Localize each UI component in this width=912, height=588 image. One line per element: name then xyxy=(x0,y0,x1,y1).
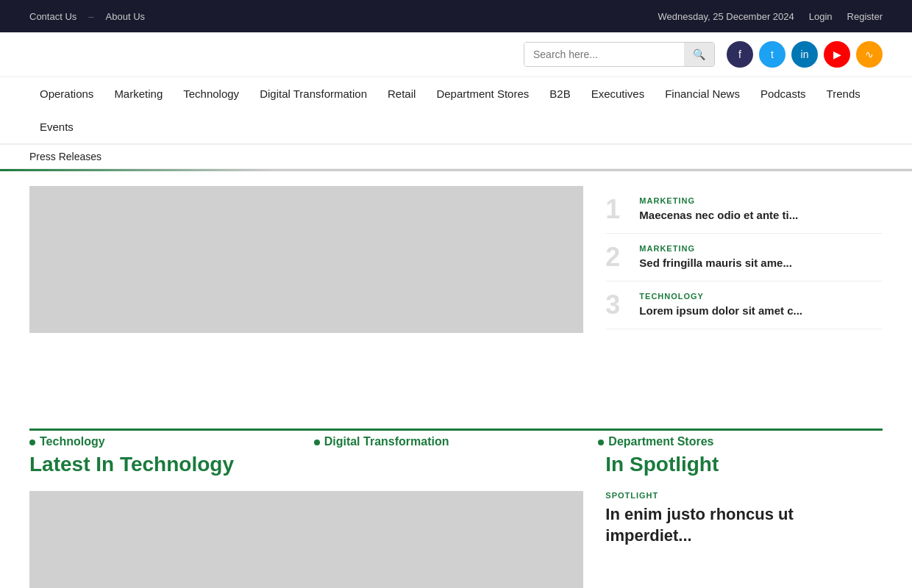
section-label-technology[interactable]: Technology xyxy=(29,429,314,453)
nav-podcasts[interactable]: Podcasts xyxy=(750,77,816,110)
latest-article-image xyxy=(29,491,583,588)
latest-main: Latest In Technology TECHNOLOGY Lorem ip… xyxy=(29,453,583,588)
social-icons: f t in ▶ ∿ xyxy=(727,41,883,68)
trending-item: 2 MARKETING Sed fringilla mauris sit ame… xyxy=(605,234,883,282)
search-button[interactable]: 🔍 xyxy=(684,43,714,66)
nav-marketing[interactable]: Marketing xyxy=(104,77,173,110)
login-link[interactable]: Login xyxy=(809,11,833,22)
trending-number-1: 1 xyxy=(605,196,627,223)
trending-category-3: TECHNOLOGY xyxy=(639,292,802,301)
nav-events[interactable]: Events xyxy=(29,110,84,143)
latest-heading-highlight: Technology xyxy=(120,453,234,476)
trending-title-3[interactable]: Lorem ipsum dolor sit amet c... xyxy=(639,304,802,318)
nav-sub: Press Releases xyxy=(0,145,912,169)
trending-item: 3 TECHNOLOGY Lorem ipsum dolor sit amet … xyxy=(605,282,883,329)
trending-category-1: MARKETING xyxy=(639,196,798,205)
trending-number-2: 2 xyxy=(605,244,627,270)
contact-us-link[interactable]: Contact Us xyxy=(29,11,76,22)
register-link[interactable]: Register xyxy=(847,11,883,22)
search-bar: 🔍 xyxy=(524,42,715,67)
nav-list: Operations Marketing Technology Digital … xyxy=(29,77,883,143)
trending-content-1: MARKETING Maecenas nec odio et ante ti..… xyxy=(639,196,798,223)
nav-b2b[interactable]: B2B xyxy=(539,77,580,110)
latest-heading: Latest In Technology xyxy=(29,453,583,476)
top-bar-right: Wednesday, 25 December 2024 Login Regist… xyxy=(658,11,883,22)
linkedin-icon[interactable]: in xyxy=(791,41,818,68)
about-us-link[interactable]: About Us xyxy=(106,11,145,22)
separator: – xyxy=(88,11,93,22)
spotlight-heading-prefix: In xyxy=(605,453,630,476)
trending-title-2[interactable]: Sed fringilla mauris sit ame... xyxy=(639,256,792,270)
top-bar-left: Contact Us – About Us xyxy=(29,11,145,22)
nav-executives[interactable]: Executives xyxy=(581,77,655,110)
latest-heading-prefix: Latest In xyxy=(29,453,120,476)
trending-category-2: MARKETING xyxy=(639,244,792,253)
trending-content-3: TECHNOLOGY Lorem ipsum dolor sit amet c.… xyxy=(639,292,802,318)
trending-title-1[interactable]: Maecenas nec odio et ante ti... xyxy=(639,208,798,223)
spotlight-category: SPOTLIGHT xyxy=(605,491,883,500)
spotlight-title[interactable]: In enim justo rhoncus ut imperdiet... xyxy=(605,504,883,546)
nav-operations[interactable]: Operations xyxy=(29,77,104,110)
header: 🔍 f t in ▶ ∿ xyxy=(0,32,912,77)
top-bar: Contact Us – About Us Wednesday, 25 Dece… xyxy=(0,0,912,32)
nav-financial-news[interactable]: Financial News xyxy=(655,77,750,110)
trending-item: 1 MARKETING Maecenas nec odio et ante ti… xyxy=(605,186,883,234)
main-area: 1 MARKETING Maecenas nec odio et ante ti… xyxy=(0,171,912,421)
nav-press-releases[interactable]: Press Releases xyxy=(29,145,101,168)
nav-digital-transformation[interactable]: Digital Transformation xyxy=(249,77,377,110)
youtube-icon[interactable]: ▶ xyxy=(824,41,850,68)
featured-area xyxy=(29,186,583,406)
search-input[interactable] xyxy=(524,43,684,66)
trending-sidebar: 1 MARKETING Maecenas nec odio et ante ti… xyxy=(605,186,883,406)
nav-trends[interactable]: Trends xyxy=(816,77,871,110)
main-nav: Operations Marketing Technology Digital … xyxy=(0,77,912,145)
section-labels-row: Technology Digital Transformation Depart… xyxy=(0,421,912,453)
spotlight-heading: In Spotlight xyxy=(605,453,883,476)
spotlight-heading-highlight: Spotlight xyxy=(630,453,719,476)
twitter-icon[interactable]: t xyxy=(759,41,785,68)
spotlight-sidebar: In Spotlight SPOTLIGHT In enim justo rho… xyxy=(605,453,883,588)
section-label-digital-transformation[interactable]: Digital Transformation xyxy=(314,429,599,453)
nav-department-stores[interactable]: Department Stores xyxy=(426,77,539,110)
trending-content-2: MARKETING Sed fringilla mauris sit ame..… xyxy=(639,244,792,270)
nav-retail[interactable]: Retail xyxy=(377,77,426,110)
rss-icon[interactable]: ∿ xyxy=(856,41,883,68)
featured-image xyxy=(29,186,583,333)
latest-section: Latest In Technology TECHNOLOGY Lorem ip… xyxy=(0,453,912,588)
nav-technology[interactable]: Technology xyxy=(173,77,249,110)
trending-number-3: 3 xyxy=(605,292,627,318)
date-display: Wednesday, 25 December 2024 xyxy=(658,11,794,22)
section-label-department-stores[interactable]: Department Stores xyxy=(598,429,883,453)
facebook-icon[interactable]: f xyxy=(727,41,753,68)
